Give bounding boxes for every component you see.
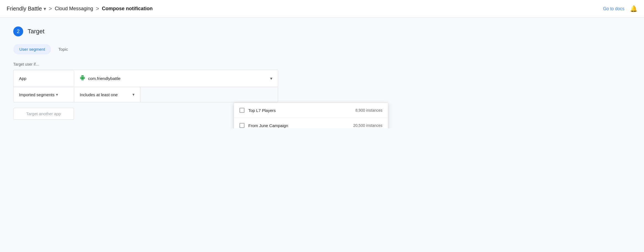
imported-segments-chevron-icon: ▾	[56, 92, 58, 97]
dropdown-item-top-l7[interactable]: Top L7 Players 8,900 instances	[234, 103, 388, 118]
notification-bell-icon[interactable]: 🔔	[630, 5, 637, 12]
main-content: 2 Target User segment Topic Target user …	[0, 18, 386, 128]
dropdown-item-june-campaign[interactable]: From June Campaign 20,500 instances	[234, 118, 388, 128]
go-to-docs-link[interactable]: Go to docs	[603, 6, 624, 11]
target-user-label: Target user if...	[13, 62, 373, 66]
app-cell-value[interactable]: com.friendlybattle ▾	[74, 70, 278, 87]
instance-count-top-l7: 8,900 instances	[355, 108, 382, 112]
imported-segments-cell-label[interactable]: Imported segments ▾	[14, 87, 74, 102]
condition-row-segments: Imported segments ▾ Includes at least on…	[14, 87, 278, 102]
segments-dropdown-panel: Top L7 Players 8,900 instances From June…	[234, 103, 388, 128]
breadcrumb-current-page: Compose notification	[102, 6, 153, 12]
breadcrumb-cloud-messaging[interactable]: Cloud Messaging	[55, 6, 93, 12]
breadcrumb-separator-2: >	[96, 6, 99, 12]
step-header: 2 Target	[13, 26, 373, 36]
condition-table: App com.friendlybattle ▾ Imported segmen…	[13, 70, 278, 102]
app-cell-label: App	[14, 71, 74, 86]
app-id-value: com.friendlybattle	[88, 76, 121, 81]
checkbox-june-campaign[interactable]	[239, 123, 244, 128]
app-name-label: Friendly Battle	[7, 6, 42, 12]
segment-name-top-l7: Top L7 Players	[248, 108, 352, 113]
breadcrumb-separator: >	[49, 6, 52, 12]
step-title: Target	[28, 28, 44, 35]
includes-label: Includes at least one	[80, 92, 118, 97]
imported-segments-dropdown-trigger[interactable]: Imported segments ▾	[19, 92, 68, 97]
app-name-chevron-icon: ▾	[44, 6, 46, 12]
includes-cell[interactable]: Includes at least one ▾	[74, 87, 140, 102]
app-dropdown-chevron-icon[interactable]: ▾	[270, 76, 272, 81]
topbar-right: Go to docs 🔔	[603, 5, 637, 12]
android-icon	[80, 75, 85, 82]
topbar-left: Friendly Battle ▾ > Cloud Messaging > Co…	[7, 6, 153, 12]
topbar: Friendly Battle ▾ > Cloud Messaging > Co…	[0, 0, 644, 18]
imported-segments-label: Imported segments	[19, 92, 54, 97]
includes-chevron-icon: ▾	[132, 92, 135, 97]
tab-user-segment[interactable]: User segment	[13, 44, 51, 54]
step-number-circle: 2	[13, 26, 23, 36]
segment-name-june-campaign: From June Campaign	[248, 123, 349, 128]
target-tab-row: User segment Topic	[13, 44, 373, 54]
tab-topic[interactable]: Topic	[52, 44, 74, 54]
instance-count-june-campaign: 20,500 instances	[353, 123, 382, 128]
target-another-app-button[interactable]: Target another app	[13, 108, 74, 120]
condition-row-app: App com.friendlybattle ▾	[14, 70, 278, 87]
checkbox-top-l7[interactable]	[239, 108, 244, 113]
app-name-dropdown[interactable]: Friendly Battle ▾	[7, 6, 46, 12]
